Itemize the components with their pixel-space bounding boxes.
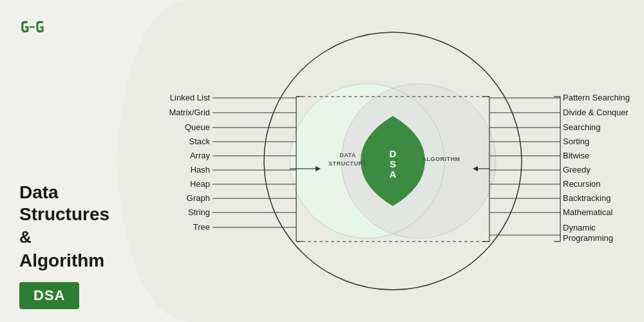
svg-rect-0	[30, 26, 35, 28]
left-panel: Data Structures & Algorithm DSA	[0, 0, 142, 322]
item-tree: Tree	[193, 222, 210, 232]
item-backtracking: Backtracking	[563, 193, 611, 203]
item-graph: Graph	[187, 193, 210, 203]
item-searching: Searching	[563, 122, 601, 132]
item-dynamic-programming-2: Programming	[563, 233, 613, 243]
item-greedy: Greedy	[563, 165, 591, 175]
dsa-badge: DSA	[19, 282, 79, 309]
item-stack: Stack	[189, 137, 210, 146]
item-mathematical: Mathematical	[563, 207, 612, 217]
item-dynamic-programming: Dynamic	[563, 223, 596, 232]
item-hash: Hash	[191, 165, 210, 175]
svg-text:A: A	[390, 169, 397, 180]
svg-text:S: S	[390, 158, 396, 169]
dsa-diagram: DATA STRUCTURE ALGORITHM D S A	[148, 13, 638, 309]
ampersand: &	[19, 227, 122, 247]
item-heap: Heap	[190, 179, 210, 189]
page-title: Data Structures	[19, 182, 122, 225]
diagram-area: DATA STRUCTURE ALGORITHM D S A	[142, 0, 644, 322]
svg-text:DATA: DATA	[339, 152, 356, 158]
item-linked-list: Linked List	[170, 93, 211, 102]
item-bitwise: Bitwise	[563, 151, 589, 160]
item-sorting: Sorting	[563, 137, 589, 146]
item-string: String	[188, 207, 210, 217]
svg-text:STRUCTURE: STRUCTURE	[328, 160, 367, 167]
item-queue: Queue	[185, 122, 210, 132]
page-title-algorithm: Algorithm	[19, 250, 122, 272]
left-text: Data Structures & Algorithm DSA	[19, 182, 122, 309]
item-pattern-searching: Pattern Searching	[563, 93, 630, 102]
item-divide-conquer: Divide & Conquer	[563, 108, 629, 117]
item-recursion: Recursion	[563, 179, 601, 189]
item-matrix-grid: Matrix/Grid	[169, 108, 210, 117]
svg-text:D: D	[390, 148, 397, 159]
svg-text:ALGORITHM: ALGORITHM	[422, 156, 460, 162]
logo	[19, 19, 122, 40]
item-array: Array	[190, 151, 211, 160]
